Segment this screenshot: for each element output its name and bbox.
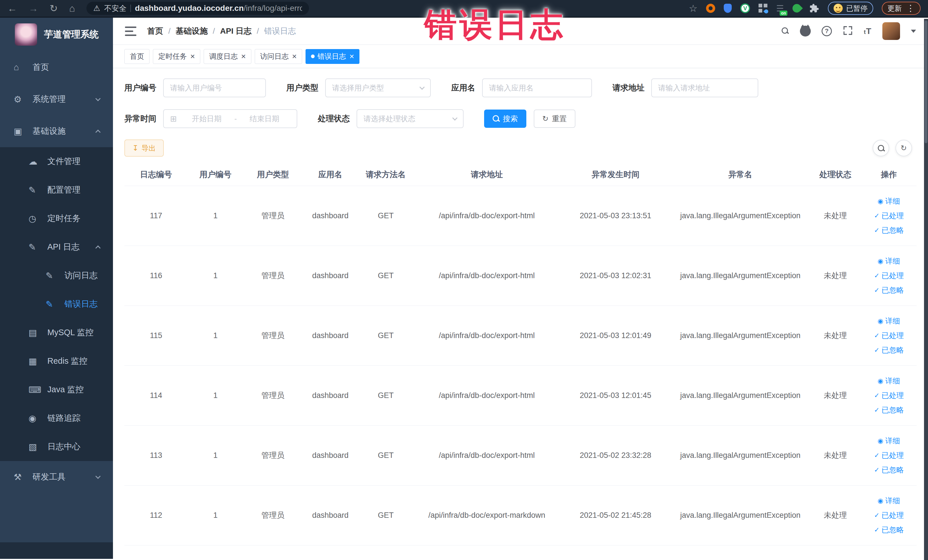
- caret-down-icon[interactable]: [911, 30, 916, 33]
- cell-actions: ◉详细✓已处理✓已忽略: [861, 305, 917, 365]
- close-icon[interactable]: ×: [241, 52, 246, 61]
- action-详细[interactable]: ◉详细: [878, 196, 900, 206]
- action-已忽略[interactable]: ✓已忽略: [874, 285, 904, 295]
- action-详细[interactable]: ◉详细: [878, 496, 900, 506]
- bookmark-star-icon[interactable]: ☆: [689, 3, 698, 14]
- sidebar-item-system-management[interactable]: ⚙系统管理: [0, 83, 113, 115]
- grid-extension-icon[interactable]: [759, 4, 768, 13]
- scrollbar-thumb[interactable]: [925, 21, 927, 143]
- action-已处理[interactable]: ✓已处理: [874, 450, 904, 461]
- cell-time: 2021-05-03 12:01:45: [560, 365, 671, 425]
- action-已忽略[interactable]: ✓已忽略: [874, 405, 904, 415]
- tab-首页[interactable]: 首页: [124, 49, 150, 64]
- address-bar[interactable]: ⚠ 不安全 dashboard.yudao.iocoder.cn/infra/l…: [87, 2, 309, 15]
- close-icon[interactable]: ×: [350, 52, 354, 61]
- breadcrumb-item[interactable]: 首页: [147, 26, 163, 37]
- check-icon: ✓: [874, 392, 879, 399]
- profile-paused-badge[interactable]: 已暂停: [828, 2, 873, 15]
- action-详细[interactable]: ◉详细: [878, 316, 900, 326]
- exception-time-range-picker[interactable]: ⊞ 开始日期 - 结束日期: [163, 109, 297, 128]
- action-详细[interactable]: ◉详细: [878, 436, 900, 446]
- page-content: 用户编号 请输入用户编号 用户类型 请选择用户类型 应用名: [113, 68, 928, 559]
- sidebar-item-file-management[interactable]: ☁文件管理: [0, 147, 113, 176]
- sidebar-item-java-monitor[interactable]: ⌨Java 监控: [0, 375, 113, 404]
- font-size-icon[interactable]: tT: [864, 26, 872, 36]
- hamburger-icon[interactable]: [125, 26, 136, 36]
- browser-menu-kebab-icon[interactable]: ⋮: [906, 4, 915, 12]
- column-header-exception: 异常名: [671, 163, 810, 186]
- user-type-select[interactable]: 请选择用户类型: [325, 78, 431, 97]
- avatar[interactable]: [882, 22, 900, 40]
- action-已忽略[interactable]: ✓已忽略: [874, 345, 904, 355]
- action-已处理[interactable]: ✓已处理: [874, 331, 904, 340]
- sidebar-spacer: [0, 493, 113, 542]
- sidebar-item-link-trace[interactable]: ◉链路追踪: [0, 404, 113, 432]
- cell-user_id: 1: [188, 485, 243, 545]
- sidebar-item-api-log[interactable]: ✎API 日志: [0, 233, 113, 261]
- cell-status: 未处理: [810, 365, 861, 425]
- search-button[interactable]: 搜索: [484, 110, 527, 128]
- browser-update-button[interactable]: 更新 ⋮: [882, 2, 920, 15]
- sidebar-item-log-center[interactable]: ▧日志中心: [0, 432, 113, 461]
- user-id-input[interactable]: 请输入用户编号: [163, 78, 266, 97]
- github-icon[interactable]: [800, 26, 811, 37]
- blue-shield-extension-icon[interactable]: [724, 4, 732, 13]
- sidebar-item-access-log[interactable]: ✎访问日志: [0, 261, 113, 290]
- sidebar-item-error-log[interactable]: ✎错误日志: [0, 290, 113, 318]
- action-已处理[interactable]: ✓已处理: [874, 211, 904, 221]
- scrollbar[interactable]: [924, 19, 928, 560]
- sidebar-item-mysql-monitor[interactable]: ▤MySQL 监控: [0, 318, 113, 347]
- back-icon[interactable]: ←: [8, 3, 17, 13]
- green-sprout-extension-icon[interactable]: [792, 4, 801, 12]
- cell-log_id: 114: [124, 365, 188, 425]
- cell-user_id: 1: [188, 246, 243, 305]
- screen: ← → ↻ ⌂ ⚠ 不安全 dashboard.yudao.iocoder.cn…: [0, 0, 928, 560]
- green-v-extension-icon[interactable]: V: [740, 3, 750, 13]
- export-button[interactable]: ↧ 导出: [124, 139, 164, 157]
- refresh-button[interactable]: ↻: [896, 140, 912, 156]
- action-详细[interactable]: ◉详细: [878, 256, 900, 266]
- check-icon: ✓: [874, 287, 879, 293]
- action-已处理[interactable]: ✓已处理: [874, 510, 904, 520]
- sidebar-item-home[interactable]: ⌂首页: [0, 51, 113, 83]
- tab-定时任务[interactable]: 定时任务×: [153, 49, 200, 64]
- toggle-search-button[interactable]: [873, 140, 889, 156]
- action-已忽略[interactable]: ✓已忽略: [874, 225, 904, 235]
- sidebar-item-redis-monitor[interactable]: ▦Redis 监控: [0, 347, 113, 375]
- cell-url: /api/infra/db-doc/export-html: [414, 186, 560, 246]
- home-icon[interactable]: ⌂: [69, 3, 75, 13]
- request-url-input[interactable]: 请输入请求地址: [651, 78, 758, 97]
- orange-ring-extension-icon[interactable]: [706, 4, 715, 13]
- close-icon[interactable]: ×: [292, 52, 297, 61]
- breadcrumb-item: 错误日志: [264, 26, 296, 37]
- close-icon[interactable]: ×: [190, 52, 195, 61]
- action-已忽略[interactable]: ✓已忽略: [874, 525, 904, 535]
- action-已处理[interactable]: ✓已处理: [874, 391, 904, 401]
- process-status-select[interactable]: 请选择处理状态: [357, 109, 464, 128]
- tab-调度日志[interactable]: 调度日志×: [204, 49, 251, 64]
- sidebar-item-config-management[interactable]: ✎配置管理: [0, 176, 113, 204]
- action-已忽略[interactable]: ✓已忽略: [874, 465, 904, 475]
- forward-icon[interactable]: →: [29, 3, 38, 13]
- sidebar-item-scheduled-task[interactable]: ◷定时任务: [0, 204, 113, 233]
- breadcrumb-item[interactable]: 基础设施: [176, 26, 208, 37]
- app-name-input[interactable]: 请输入应用名: [482, 78, 592, 97]
- reload-icon[interactable]: ↻: [50, 3, 58, 13]
- help-icon[interactable]: [821, 26, 832, 36]
- action-已处理[interactable]: ✓已处理: [874, 271, 904, 281]
- reset-button[interactable]: ↻ 重置: [534, 110, 575, 128]
- puzzle-extensions-icon[interactable]: [810, 3, 819, 13]
- cell-time: 2021-05-03 12:02:31: [560, 246, 671, 305]
- breadcrumb-item[interactable]: API 日志: [220, 26, 252, 37]
- fullscreen-icon[interactable]: [843, 25, 853, 37]
- search-icon[interactable]: [781, 27, 789, 35]
- sidebar-item-dev-tools[interactable]: ⚒研发工具: [0, 461, 113, 493]
- tab-访问日志[interactable]: 访问日志×: [255, 49, 302, 64]
- tab-错误日志[interactable]: 错误日志×: [305, 49, 359, 64]
- download-icon: ↧: [132, 144, 139, 152]
- eye-icon: ◉: [878, 198, 883, 204]
- column-header-log_id: 日志编号: [124, 163, 188, 186]
- sidebar-item-infrastructure[interactable]: ▣基础设施: [0, 115, 113, 147]
- on-switch-extension-icon[interactable]: ☰on: [776, 3, 784, 14]
- action-详细[interactable]: ◉详细: [878, 376, 900, 386]
